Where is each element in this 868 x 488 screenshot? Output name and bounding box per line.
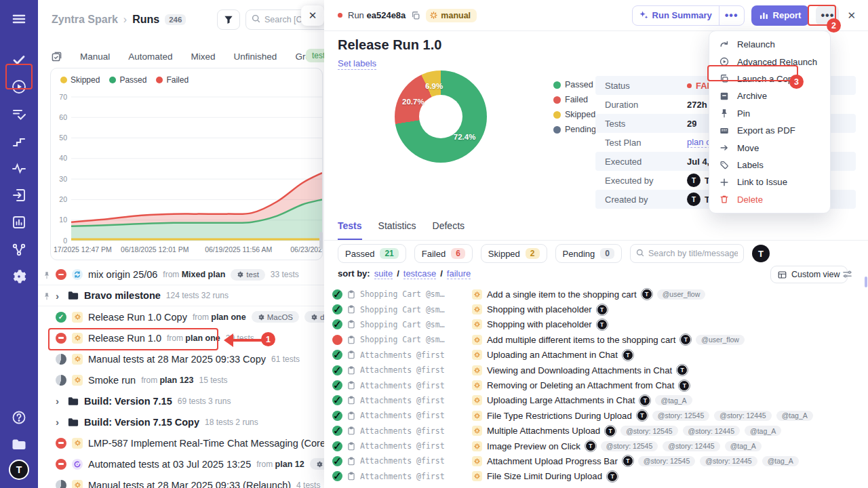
menu-item-advanced-relaunch[interactable]: Advanced Relaunch [709, 53, 830, 70]
menu-item-export-as-pdf[interactable]: Export as PDF [709, 122, 830, 139]
close-panel-button[interactable]: ✕ [301, 5, 324, 26]
run-row[interactable]: Manual tests at 28 Mar 2025 09:33 Copy61… [38, 348, 324, 369]
user-avatar[interactable]: T [9, 460, 29, 480]
left-scrollbar-thumb[interactable] [319, 232, 323, 249]
filter-chip-failed[interactable]: Failed6 [414, 244, 473, 263]
filter-chip-skipped[interactable]: Skipped2 [481, 244, 547, 263]
test-row[interactable]: ✓Shopping Cart @sm…Add a single item to … [324, 287, 868, 302]
milestones-icon[interactable] [5, 129, 33, 153]
test-row[interactable]: ✓Attachments @firstMultiple Attachments … [324, 424, 868, 439]
test-row[interactable]: ✓Attachments @firstUploading Large Attac… [324, 393, 868, 408]
milestone-name: Build: Version 7.15 [84, 396, 172, 407]
breadcrumb-project[interactable]: Zyntra Spark [52, 14, 118, 26]
tab-statistics[interactable]: Statistics [378, 220, 416, 240]
projects-folder-icon[interactable] [5, 432, 33, 457]
test-row[interactable]: ✓Attachments @firstFile Type Restriction… [324, 408, 868, 423]
menu-item-label: Link to Issue [737, 177, 787, 187]
view-settings-icon[interactable] [842, 269, 852, 282]
test-cases-icon[interactable] [5, 47, 33, 72]
status-in-progress-icon [56, 354, 66, 365]
legend-label: Failed [565, 95, 588, 104]
test-row[interactable]: ✓Attachments @firstAttachment Upload Pro… [324, 453, 868, 468]
tests-search-input[interactable] [648, 249, 738, 258]
run-summary-more-icon[interactable]: ••• [719, 6, 744, 25]
copy-run-id-icon[interactable] [411, 11, 420, 20]
run-meta: 4 tests [296, 481, 320, 488]
set-labels-link[interactable]: Set labels [338, 58, 376, 70]
run-summary-button[interactable]: Run Summary ••• [632, 5, 745, 26]
filter-chip-passed[interactable]: Passed21 [338, 244, 406, 263]
custom-view-button[interactable]: Custom view [770, 266, 848, 283]
milestone-row[interactable]: ›Build: Version 7.1569 tests 3 runs [38, 390, 324, 411]
import-icon[interactable] [5, 183, 33, 207]
menu-item-pin[interactable]: Pin [709, 105, 830, 122]
test-row[interactable]: ✓Attachments @firstFile Size Limit Durin… [324, 469, 868, 484]
chevron-right-icon[interactable]: › [56, 395, 62, 407]
status-failed-icon [56, 459, 66, 470]
status-in-progress-icon [56, 480, 66, 488]
assignee-avatar: T [597, 304, 608, 315]
menu-item-label: Archive [737, 91, 767, 101]
activity-icon[interactable] [5, 156, 33, 180]
run-tag-label: test [246, 270, 259, 279]
legend-label: Passed [119, 75, 146, 85]
menu-hamburger-icon[interactable] [5, 7, 33, 31]
sort-option-testcase[interactable]: testcase [403, 268, 436, 279]
manual-run-icon [472, 304, 482, 314]
test-row[interactable]: ✓Shopping Cart @sm…Shopping with placeho… [324, 317, 868, 332]
test-tag: @story: 12445 [683, 426, 740, 436]
test-row[interactable]: ✓Attachments @firstViewing and Downloadi… [324, 363, 868, 378]
run-from-plan: from plan 123 [141, 375, 193, 385]
run-row[interactable]: Smoke runfrom plan 12315 tests [38, 369, 324, 390]
menu-item-relaunch[interactable]: Relaunch [709, 36, 830, 53]
chevron-right-icon[interactable]: › [56, 416, 62, 428]
reports-icon[interactable] [5, 210, 33, 235]
settings-gear-icon[interactable] [5, 264, 33, 289]
test-row[interactable]: Shopping Cart @sm…Add multiple different… [324, 332, 868, 347]
move-icon [719, 143, 730, 152]
tab-defects[interactable]: Defects [433, 220, 465, 240]
chevron-right-icon[interactable]: › [56, 290, 62, 302]
integrations-icon[interactable] [5, 237, 33, 262]
sort-option-failure[interactable]: failure [447, 268, 471, 279]
test-row[interactable]: ✓Attachments @firstImage Preview on Clic… [324, 439, 868, 453]
filter-chip-pending[interactable]: Pending0 [555, 244, 622, 263]
run-row[interactable]: Manual tests at 28 Mar 2025 09:33 (Relau… [38, 474, 324, 488]
runs-tab-unfinished[interactable]: Unfinished [234, 52, 277, 62]
milestone-row[interactable]: ›Bravo milestone124 tests 32 runs [38, 285, 324, 306]
menu-item-labels[interactable]: Labels [709, 157, 830, 174]
suite-clipboard-icon [347, 290, 355, 299]
menu-item-move[interactable]: Move [709, 139, 830, 156]
select-all-icon[interactable] [52, 52, 62, 62]
menu-item-archive[interactable]: Archive [709, 87, 830, 104]
sort-option-suite[interactable]: suite [374, 268, 393, 279]
menu-item-link-to-issue[interactable]: Link to Issue [709, 174, 830, 190]
run-row[interactable]: LMP-587 Implement Real-Time Chat Messagi… [38, 432, 324, 453]
menu-item-launch-a-copy[interactable]: Launch a Copy [709, 70, 830, 87]
test-title: Shopping with placeholder [487, 304, 592, 314]
runs-icon[interactable] [5, 75, 33, 99]
assignee-avatar[interactable]: T [752, 245, 770, 262]
runs-tab-automated[interactable]: Automated [128, 52, 172, 62]
test-tag: @story: 12545 [652, 411, 709, 421]
report-button[interactable]: Report [751, 5, 810, 26]
right-scrollbar-thumb[interactable] [865, 277, 867, 287]
filter-button[interactable] [217, 9, 240, 30]
test-row[interactable]: ✓Attachments @firstRemoving or Deleting … [324, 378, 868, 392]
test-row[interactable]: ✓Attachments @firstUploading an Attachme… [324, 348, 868, 363]
test-plans-icon[interactable] [5, 102, 33, 126]
help-icon[interactable] [5, 405, 33, 430]
tab-tests[interactable]: Tests [338, 220, 362, 240]
run-row[interactable]: Release Run 1.0from plan one29 tests [38, 327, 324, 348]
close-detail-button[interactable]: ✕ [846, 9, 857, 22]
runs-tab-manual[interactable]: Manual [80, 52, 110, 62]
runs-filter-tag[interactable]: test [306, 49, 324, 62]
test-row[interactable]: ✓Shopping Cart @sm…Shopping with placeho… [324, 302, 868, 317]
run-row[interactable]: mix origin 25/06from Mixed plantest33 te… [38, 264, 324, 285]
milestone-row[interactable]: ›Build: Version 7.15 Copy18 tests 2 runs [38, 411, 324, 432]
run-row[interactable]: Automated tests at 03 Jul 2025 13:25from… [38, 453, 324, 474]
runs-tab-mixed[interactable]: Mixed [191, 52, 216, 62]
more-actions-button[interactable]: ••• [816, 5, 839, 26]
run-row[interactable]: ✓Release Run 1.0 Copyfrom plan oneMacOSd… [38, 306, 324, 327]
menu-item-delete[interactable]: Delete [709, 191, 830, 208]
